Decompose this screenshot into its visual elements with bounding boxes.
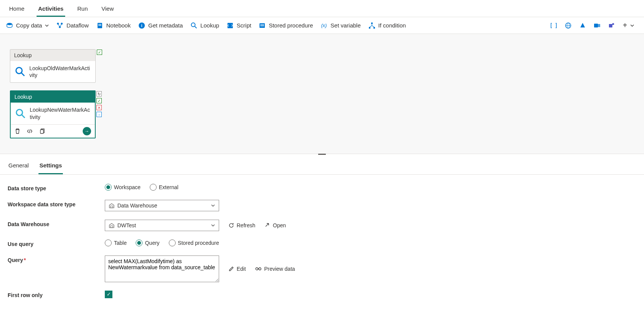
svg-line-10 xyxy=(195,26,197,28)
svg-rect-6 xyxy=(98,25,101,26)
failure-handle[interactable]: ✕ xyxy=(96,105,102,110)
activity-name-label: LookupNewWaterMarkActivity xyxy=(30,106,90,120)
teams-icon[interactable] xyxy=(608,22,615,29)
use-query-stored-procedure[interactable]: Stored procedure xyxy=(169,239,219,246)
nav-view[interactable]: View xyxy=(100,3,115,17)
success-handle[interactable]: ✓ xyxy=(97,50,102,55)
outlook-icon[interactable] xyxy=(594,22,601,29)
use-query-label: Use query xyxy=(8,239,105,247)
data-store-type-label: Data store type xyxy=(8,184,105,191)
data-store-type-workspace[interactable]: Workspace xyxy=(105,184,141,191)
use-query-table[interactable]: Table xyxy=(105,239,127,246)
lookup-icon xyxy=(191,22,197,29)
warehouse-icon xyxy=(109,203,114,208)
toolbar-dataflow-label: Dataflow xyxy=(66,22,88,29)
nav-home[interactable]: Home xyxy=(8,3,26,17)
bracket-icon[interactable] xyxy=(550,22,557,29)
svg-rect-14 xyxy=(260,26,264,26)
first-row-only-label: First row only xyxy=(8,291,105,298)
toolbar-dataflow[interactable]: Dataflow xyxy=(56,22,88,29)
nav-activities[interactable]: Activities xyxy=(37,3,65,17)
workspace-data-store-type-select[interactable]: Data Warehouse xyxy=(105,200,219,211)
toolbar-notebook[interactable]: Notebook xyxy=(96,22,131,29)
activity-type-label: Lookup xyxy=(11,91,95,103)
svg-rect-11 xyxy=(227,23,233,28)
toolbar-copy-data[interactable]: Copy data xyxy=(6,22,49,29)
success-handle[interactable]: ✓ xyxy=(96,98,102,103)
toolbar-copy-data-label: Copy data xyxy=(16,22,42,29)
chevron-down-icon xyxy=(45,24,49,27)
globe-icon[interactable] xyxy=(565,22,572,29)
copy-icon[interactable] xyxy=(39,128,45,134)
edit-button[interactable]: Edit xyxy=(228,266,246,272)
workspace-data-store-type-label: Workspace data store type xyxy=(8,200,105,207)
code-icon[interactable] xyxy=(27,128,33,134)
svg-point-33 xyxy=(256,268,258,270)
svg-point-34 xyxy=(259,268,261,270)
svg-line-27 xyxy=(21,73,24,76)
stored-proc-icon xyxy=(259,22,266,29)
svg-point-9 xyxy=(191,23,195,27)
skip-handle[interactable]: → xyxy=(96,112,102,117)
panel-splitter[interactable] xyxy=(0,154,644,156)
toolbar-script-label: Script xyxy=(237,22,251,29)
data-warehouse-label: Data Warehouse xyxy=(8,220,105,227)
activity-name-label: LookupOldWaterMarkActivity xyxy=(29,65,91,79)
toolbar-set-variable[interactable]: (x) Set variable xyxy=(320,22,360,29)
query-label: Query* xyxy=(8,256,105,263)
svg-rect-22 xyxy=(594,24,598,27)
svg-point-25 xyxy=(612,23,614,25)
activity-lookup-new-watermark[interactable]: Lookup LookupNewWaterMarkActivity → ↻ ✓ … xyxy=(10,90,96,138)
activity-type-label: Lookup xyxy=(10,50,95,61)
dataflow-icon xyxy=(56,22,63,29)
svg-text:(x): (x) xyxy=(321,23,327,28)
toolbar-set-variable-label: Set variable xyxy=(330,22,360,29)
lookup-icon xyxy=(15,108,26,119)
toolbar-lookup[interactable]: Lookup xyxy=(191,22,219,29)
chevron-down-icon xyxy=(211,223,215,227)
svg-rect-5 xyxy=(98,24,101,25)
refresh-button[interactable]: Refresh xyxy=(228,222,255,228)
nav-run[interactable]: Run xyxy=(76,3,90,17)
query-input[interactable] xyxy=(105,256,219,282)
delete-icon[interactable] xyxy=(14,128,21,134)
toolbar-if-condition[interactable]: If condition xyxy=(368,22,406,29)
toolbar-if-condition-label: If condition xyxy=(378,22,406,29)
metadata-icon: i xyxy=(138,22,145,29)
data-store-type-external[interactable]: External xyxy=(150,184,178,191)
toolbar-get-metadata[interactable]: i Get metadata xyxy=(138,22,183,29)
toolbar-script[interactable]: Script xyxy=(227,22,251,29)
first-row-only-checkbox[interactable]: ✓ xyxy=(105,291,112,298)
tab-settings[interactable]: Settings xyxy=(38,161,62,174)
svg-rect-17 xyxy=(369,27,370,29)
retry-handle[interactable]: ↻ xyxy=(96,91,102,96)
svg-rect-23 xyxy=(598,24,600,27)
script-icon xyxy=(227,22,234,29)
preview-data-button[interactable]: Preview data xyxy=(255,266,295,272)
toolbar-stored-procedure[interactable]: Stored procedure xyxy=(259,22,313,29)
data-warehouse-select[interactable]: DWTest xyxy=(105,220,219,231)
add-more-button[interactable]: + xyxy=(623,21,634,30)
svg-point-1 xyxy=(57,22,59,24)
variable-icon: (x) xyxy=(320,22,327,29)
svg-point-28 xyxy=(16,109,22,116)
svg-rect-24 xyxy=(609,24,612,27)
svg-rect-16 xyxy=(371,22,373,24)
svg-point-2 xyxy=(61,22,63,24)
if-condition-icon xyxy=(368,22,375,29)
run-icon[interactable]: → xyxy=(83,127,91,135)
open-button[interactable]: Open xyxy=(264,222,286,228)
svg-text:i: i xyxy=(141,23,142,28)
chevron-down-icon xyxy=(211,204,215,207)
settings-form: Data store type Workspace External Works… xyxy=(0,175,644,316)
pipeline-canvas[interactable]: Lookup LookupOldWaterMarkActivity ✓ Look… xyxy=(0,34,644,154)
azure-icon[interactable] xyxy=(579,22,586,29)
activity-lookup-old-watermark[interactable]: Lookup LookupOldWaterMarkActivity ✓ xyxy=(10,49,96,83)
svg-rect-32 xyxy=(111,226,113,228)
svg-point-0 xyxy=(7,23,12,25)
svg-rect-31 xyxy=(111,206,113,208)
tab-general[interactable]: General xyxy=(8,161,29,174)
use-query-query[interactable]: Query xyxy=(136,239,159,246)
toolbar-stored-procedure-label: Stored procedure xyxy=(269,22,313,29)
svg-rect-18 xyxy=(373,27,375,29)
